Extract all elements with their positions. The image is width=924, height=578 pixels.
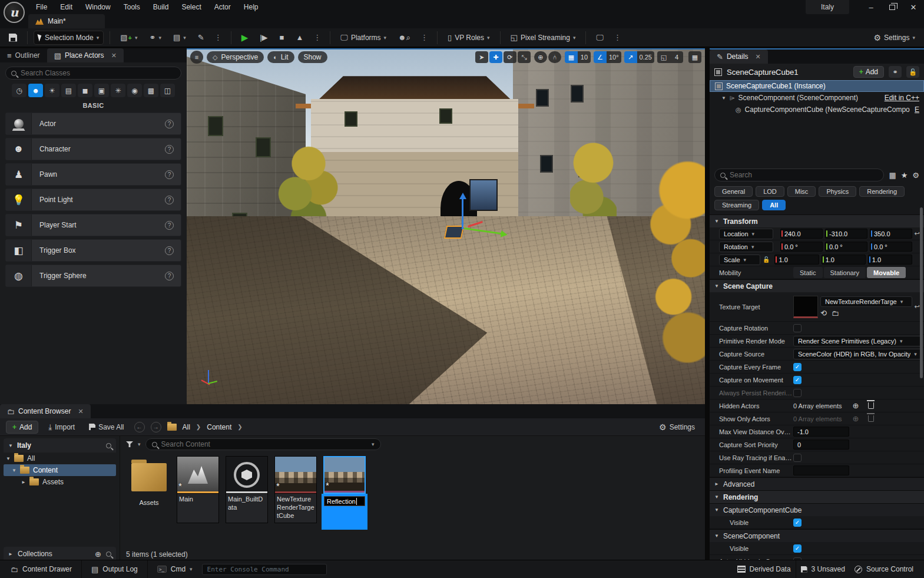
tree-item-assets[interactable]: ►Assets	[4, 476, 116, 488]
show-dropdown[interactable]: Show	[298, 51, 327, 63]
scale-x-field[interactable]: 1.0	[774, 255, 819, 265]
minimize-button[interactable]: –	[861, 0, 881, 14]
component-tree-capture-component-row[interactable]: ◎ CaptureComponentCube (NewSceneCaptureC…	[710, 104, 924, 115]
frame-skip-button[interactable]: |▶	[256, 31, 271, 45]
search-classes-input[interactable]: Search Classes	[5, 67, 181, 80]
visual-effects-category-icon[interactable]: ✳	[111, 84, 125, 97]
media-capture-button[interactable]: 🖵	[592, 31, 608, 45]
filter-all[interactable]: All	[762, 200, 786, 210]
search-icon[interactable]	[106, 443, 111, 448]
play-options-dots[interactable]: ⋮	[311, 33, 324, 42]
breadcrumb-content[interactable]: Content	[207, 423, 231, 431]
menu-select[interactable]: Select	[175, 1, 207, 14]
component-tree-instance-row[interactable]: SceneCaptureCube1 (Instance)	[710, 80, 924, 92]
menu-tools[interactable]: Tools	[117, 1, 147, 14]
characters-category-icon[interactable]: ▣	[94, 84, 109, 97]
lights-category-icon[interactable]: ☀	[45, 84, 59, 97]
asset-tile-assets-folder[interactable]: Assets	[126, 456, 172, 507]
place-actor-item-player-start[interactable]: ⚑ Player Start ?	[5, 214, 181, 236]
clear-array-icon[interactable]	[868, 402, 874, 409]
eject-button[interactable]: ▲	[292, 31, 307, 45]
close-button[interactable]: ✕	[903, 0, 923, 14]
menu-file[interactable]: File	[29, 1, 54, 14]
derived-data-button[interactable]: Derived Data	[733, 560, 796, 578]
help-icon[interactable]: ?	[165, 145, 174, 154]
level-viewport[interactable]: ≡ ◇Perspective ◐Lit Show ➤ ✚ ⟳ ⤡ ⊕ ⑃ ▦ 1…	[187, 48, 705, 404]
all-classes-category-icon[interactable]: ◫	[160, 84, 175, 97]
help-icon[interactable]: ?	[165, 272, 174, 280]
rotate-tool[interactable]: ⟳	[504, 51, 516, 63]
tab-outliner[interactable]: ≡Outliner	[0, 48, 47, 62]
grid-snap-value[interactable]: 10	[578, 51, 591, 63]
cmd-dropdown[interactable]: >_Cmd▾	[153, 560, 197, 578]
gizmo-z-axis[interactable]	[462, 195, 463, 229]
help-icon[interactable]: ?	[165, 196, 174, 204]
asset-tile-main-builtdata[interactable]: Main_BuiltData	[224, 456, 270, 523]
editor-mode-dropdown[interactable]: Selection Mode ▾	[34, 31, 104, 45]
world-local-toggle[interactable]: ⊕	[534, 51, 547, 63]
collections-row[interactable]: ► Collections ⊕	[4, 547, 116, 561]
rotation-snap-value[interactable]: 10°	[607, 51, 621, 63]
sources-root-row[interactable]: ▼ Italy	[4, 438, 116, 453]
lock-details-button[interactable]: 🔓	[906, 66, 919, 78]
rename-asset-input[interactable]: Reflection	[324, 496, 365, 506]
filter-physics[interactable]: Physics	[819, 186, 856, 197]
visible-checkbox[interactable]: ✓	[793, 544, 802, 553]
unreal-logo[interactable]: u	[4, 2, 25, 23]
select-tool[interactable]: ➤	[475, 51, 488, 63]
menu-actor[interactable]: Actor	[208, 1, 237, 14]
rotation-dropdown[interactable]: Rotation▾	[719, 242, 773, 252]
location-x-field[interactable]: 240.0	[780, 229, 823, 239]
use-ray-tracing-checkbox[interactable]	[793, 454, 802, 462]
close-icon[interactable]: ✕	[111, 52, 117, 60]
scale-lock-icon[interactable]: 🔓	[763, 256, 770, 263]
breadcrumb-all[interactable]: All	[183, 423, 190, 431]
capture-every-frame-checkbox[interactable]: ✓	[793, 363, 802, 371]
rotation-snap-toggle[interactable]: ∠	[594, 51, 607, 63]
display-options-icon[interactable]: ▦	[889, 171, 896, 180]
help-icon[interactable]: ?	[165, 120, 174, 128]
save-button[interactable]	[5, 31, 21, 45]
add-collection-icon[interactable]: ⊕	[95, 550, 101, 559]
content-browser-settings[interactable]: ⚙Settings	[655, 420, 699, 434]
pixel-streaming-dropdown[interactable]: ◱Pixel Streaming▾	[506, 31, 580, 45]
primitive-render-mode-dropdown[interactable]: Render Scene Primitives (Legacy)▾	[793, 336, 922, 346]
capture-component-cube-header[interactable]: ▼CaptureComponentCube	[710, 503, 924, 516]
filter-icon[interactable]	[126, 441, 133, 447]
volumes-category-icon[interactable]: ▩	[144, 84, 158, 97]
grid-snap-toggle[interactable]: ▦	[565, 51, 578, 63]
tab-main-level[interactable]: Main*	[28, 14, 105, 28]
forward-button[interactable]: →	[151, 422, 161, 432]
tree-item-all[interactable]: ▼All	[4, 453, 116, 464]
shapes-category-icon[interactable]: ◼	[78, 84, 92, 97]
section-scene-capture[interactable]: ▼Scene Capture	[710, 279, 924, 292]
add-component-button[interactable]: +Add	[853, 66, 884, 78]
console-command-input[interactable]: Enter Console Command	[202, 564, 327, 575]
use-selected-asset-icon[interactable]: ⟲	[820, 309, 827, 318]
filter-lod[interactable]: LOD	[756, 186, 784, 197]
visible-checkbox[interactable]: ✓	[793, 518, 802, 527]
asset-tile-reflection-selected[interactable]: * Reflection	[322, 456, 367, 530]
help-icon[interactable]: ?	[165, 246, 174, 255]
tab-place-actors[interactable]: ▧Place Actors✕	[47, 48, 124, 62]
details-scrollbar[interactable]	[920, 207, 923, 378]
scene-capture-advanced-toggle[interactable]: ►Advanced	[710, 477, 924, 490]
basic-category-icon[interactable]: ☻	[28, 84, 43, 97]
stop-button[interactable]: ■	[276, 31, 289, 45]
multi-user-button[interactable]: ☻⌕	[394, 31, 415, 45]
menu-build[interactable]: Build	[147, 1, 175, 14]
place-actor-item-trigger-box[interactable]: ◧ Trigger Box ?	[5, 239, 181, 262]
content-drawer-button[interactable]: 🗀Content Drawer	[6, 560, 77, 578]
gizmo-x-axis[interactable]	[468, 221, 483, 227]
profiling-event-name-field[interactable]	[793, 465, 849, 475]
camera-speed-value[interactable]: 4	[670, 51, 683, 63]
clear-array-icon[interactable]	[868, 415, 874, 422]
capture-rotation-checkbox[interactable]	[793, 324, 802, 332]
translation-gizmo[interactable]	[441, 195, 511, 260]
viewport-options-menu[interactable]: ≡	[190, 51, 203, 64]
scale-tool[interactable]: ⤡	[518, 51, 531, 63]
edit-in-cpp-link-clipped[interactable]: E	[915, 105, 919, 114]
toolbar-overflow-dots[interactable]: ⋮	[212, 33, 225, 42]
menu-edit[interactable]: Edit	[54, 1, 79, 14]
import-button[interactable]: ⤓Import	[44, 420, 79, 434]
